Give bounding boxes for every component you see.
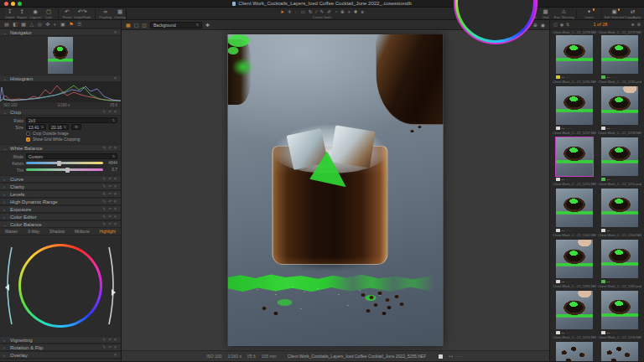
select-tool-icon[interactable]: ➤ — [280, 9, 284, 14]
section-action-icons[interactable]: ✎ ↶ ≡ — [102, 222, 117, 226]
rotate-tool-icon[interactable]: ↻ — [309, 9, 313, 14]
section-header-adjustments-clipboard[interactable]: ›Adjustments Clipboard≡ — [0, 359, 121, 361]
filmstrip-sort-icon[interactable]: ⇅ — [566, 22, 569, 27]
section-action-icons[interactable]: ✎ ↶ ≡ — [102, 345, 117, 349]
layer-empty-icon[interactable]: ▢ — [134, 20, 139, 30]
close-window-button[interactable] — [4, 2, 8, 6]
minimize-window-button[interactable] — [11, 2, 15, 6]
thumbnail-image[interactable] — [556, 240, 593, 278]
color-tag[interactable] — [601, 75, 605, 80]
section-menu-icon[interactable]: ≡ — [114, 30, 117, 34]
rating-dots[interactable]: •• ···· — [449, 354, 465, 359]
thumbnail-cell[interactable]: •• ···· Client Work_C...22_5255.psd — [598, 137, 641, 187]
add-layer-icon[interactable]: ✚ — [205, 20, 210, 30]
reset-button[interactable]: ↶Reset — [62, 8, 71, 19]
section-action-icons[interactable]: ✎ ↶ ≡ — [102, 199, 117, 204]
color-tag[interactable] — [556, 178, 560, 182]
section-header-color-editor[interactable]: ›Color Editor✎ ↶ ≡ — [0, 213, 121, 220]
thumbnail-cell[interactable]: •• ···· Client Work_C...22_5296.NEF — [598, 291, 641, 340]
thumbnail-image[interactable] — [601, 342, 638, 361]
rating-dots[interactable]: •• ···· — [607, 75, 618, 80]
lightness-arc-right[interactable] — [108, 244, 118, 328]
tab-master[interactable]: Master — [5, 229, 18, 234]
thumbnail-image[interactable] — [601, 137, 638, 176]
capture-tab-icon[interactable]: ◧ — [13, 20, 18, 28]
crop-height-input[interactable]: 20.16 ⇅ — [49, 124, 69, 130]
copy-apply-button[interactable]: ⇄CopyApply — [625, 8, 641, 19]
search-icon[interactable]: ⊕ — [631, 22, 635, 27]
section-header-white-balance[interactable]: ⌄ White Balance ✎ ↶ ≡ — [0, 144, 121, 152]
overlay-button[interactable]: ▦Overlay — [114, 8, 126, 19]
add-adjustment-tool-icon[interactable]: ✚ — [354, 9, 358, 14]
shape-tab-icon[interactable]: △ — [30, 20, 34, 28]
section-header-exposure[interactable]: ›Exposure✎ ↶ ≡ — [0, 205, 121, 213]
rating-dots[interactable]: •• ···· — [607, 178, 618, 182]
metadata-tab-icon[interactable]: ⚑ — [69, 20, 73, 28]
thumbnail-image[interactable] — [556, 342, 593, 361]
thumbnail-cell[interactable]: •• ···· Client Work_C...22_5294.NEF — [553, 291, 596, 340]
zoom-fit-select[interactable]: Fit ⌄ — [519, 23, 530, 28]
color-tag[interactable] — [601, 229, 605, 233]
before-button[interactable]: ◨Before — [482, 8, 498, 19]
section-header-clarity[interactable]: ›Clarity✎ ↶ ≡ — [0, 183, 121, 190]
section-header-color-balance[interactable]: ⌄ Color Balance ✎ ↶ ≡ — [0, 220, 121, 228]
viewer-canvas[interactable] — [122, 30, 549, 350]
thumbnail-image[interactable] — [601, 189, 638, 227]
exposure-tab-icon[interactable]: ✜ — [45, 20, 49, 28]
live-button[interactable]: ▢Live — [44, 8, 53, 19]
proofing-button[interactable]: ∞Proofing — [99, 8, 112, 19]
wb-mode-select[interactable]: Custom ⇅ — [26, 153, 117, 159]
thumbnail-image[interactable] — [601, 86, 638, 125]
focus-mask-button[interactable]: ▥Focus Mask — [501, 8, 517, 19]
rating-dots[interactable]: •• ···· — [562, 331, 573, 335]
thumbnail-cell-selected[interactable]: •• ···· Client Work_C...22_5255.NEF — [553, 137, 596, 187]
section-action-icons[interactable]: ✎ ↶ ≡ — [102, 184, 117, 189]
tab-shadow[interactable]: Shadow — [49, 229, 65, 234]
navigator-preview[interactable] — [0, 36, 121, 75]
section-action-icons[interactable]: ✎ ↶ ≡ — [102, 177, 117, 181]
slider-handle[interactable] — [57, 161, 61, 166]
section-action-icons[interactable]: ✎ ↶ ≡ — [102, 146, 117, 150]
thumbnail-cell[interactable]: •• ···· Client Work_C...22_5238.NEF — [598, 86, 641, 136]
section-header-rotation-flip[interactable]: ›Rotation & Flip✎ ↶ ≡ — [0, 344, 121, 351]
erase-mask-tool-icon[interactable]: ◔ — [335, 9, 337, 14]
color-tag[interactable] — [556, 127, 560, 131]
checkbox-checked[interactable]: ✓ — [26, 137, 30, 142]
window-controls[interactable] — [4, 2, 22, 6]
exposure-warning-button[interactable]: ⚠Exp. Warning — [556, 8, 572, 19]
more-tools-icon[interactable]: ≡ — [361, 9, 363, 14]
pan-tool-icon[interactable]: ✛ — [288, 9, 292, 14]
export-button[interactable]: ↥Export — [17, 8, 27, 19]
thumbnail-image[interactable] — [556, 35, 593, 74]
zoom-loupe-icon[interactable]: ⊕ — [533, 20, 538, 30]
layer-fill-icon[interactable]: ◫ — [142, 20, 147, 30]
thumbnail-cell[interactable]: •• ···· Client Work_C...22_5235.NEF — [553, 35, 596, 85]
crop-tool-icon[interactable]: ▭ — [301, 9, 305, 14]
crop-outside-checkbox-row[interactable]: Crop Outside Image — [26, 131, 117, 136]
tint-slider[interactable] — [26, 168, 103, 171]
adjustments-tab-icon[interactable]: ▣ — [60, 20, 65, 28]
filmstrip-view-icon[interactable]: ◫ — [553, 22, 558, 27]
hue-ring[interactable] — [18, 244, 102, 328]
loupe-tool-icon[interactable]: ◌ — [295, 9, 298, 14]
color-tag[interactable] — [556, 229, 560, 233]
thumbnail-cell[interactable] — [553, 342, 596, 361]
maximize-window-button[interactable] — [18, 2, 22, 6]
show-grid-checkbox-row[interactable]: ✓ Show Grid While Cropping — [26, 137, 117, 142]
details-tab-icon[interactable]: ◐ — [54, 20, 57, 28]
thumbnail-image[interactable] — [556, 137, 593, 176]
tab-3way[interactable]: 3-Way — [28, 229, 39, 234]
proof-eye-icon[interactable]: ◉ — [541, 20, 545, 30]
section-header-navigator[interactable]: ⌄ Navigator ≡ — [0, 28, 121, 36]
color-tag[interactable] — [556, 331, 560, 335]
thumbnail-cell[interactable] — [598, 342, 641, 361]
color-balance-wheel[interactable] — [0, 235, 121, 336]
section-action-icons[interactable]: ✎ ↶ ≡ — [102, 215, 117, 219]
rating-dots[interactable]: •• ···· — [562, 280, 573, 284]
crop-width-input[interactable]: 13.41 ⇅ — [26, 124, 46, 130]
import-button[interactable]: ↧Import — [5, 8, 14, 19]
rating-dots[interactable]: •• ···· — [607, 331, 618, 335]
section-header-vignetting[interactable]: ›Vignetting✎ ↶ ≡ — [0, 336, 121, 344]
draw-mask-tool-icon[interactable]: ✐ — [327, 9, 331, 14]
more-tabs-icon[interactable]: ☰ — [77, 20, 81, 28]
